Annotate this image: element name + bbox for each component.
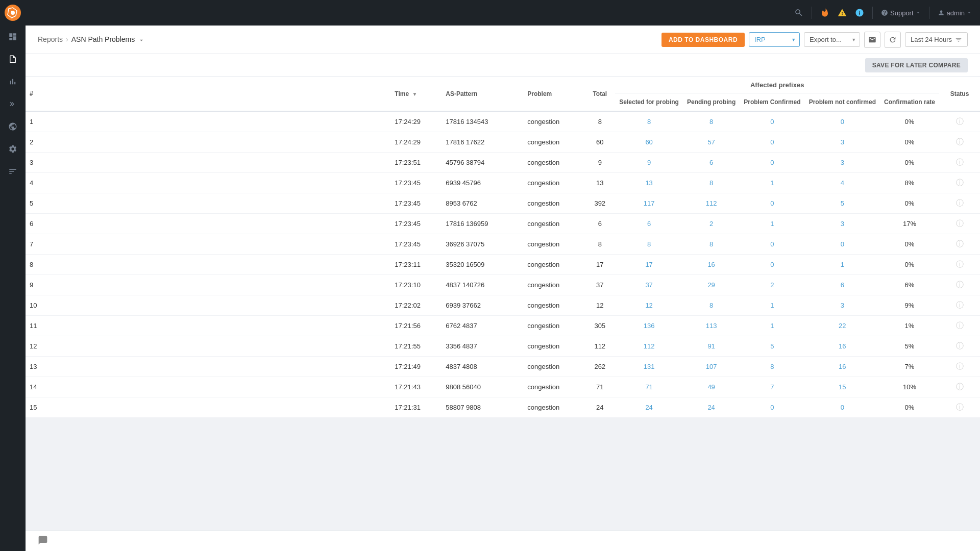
cell-conf-rate: 0%: [880, 132, 939, 153]
cell-total: 112: [584, 336, 615, 357]
sidebar-item-advanced[interactable]: [0, 160, 26, 183]
cell-selected: 131: [615, 357, 683, 377]
admin-label: admin: [947, 9, 965, 17]
cell-not-confirmed: 3: [805, 153, 880, 173]
irp-select[interactable]: IRP: [749, 32, 800, 47]
info-icon[interactable]: ⓘ: [956, 300, 964, 309]
table-row: 4 17:23:45 6939 45796 congestion 13 13 8…: [26, 173, 980, 193]
table-row: 6 17:23:45 17816 136959 congestion 6 6 2…: [26, 214, 980, 234]
cell-confirmed: 0: [740, 132, 804, 153]
info-icon[interactable]: ⓘ: [956, 341, 964, 350]
col-header-total: Total: [584, 77, 615, 111]
alert-warning-icon[interactable]: [838, 8, 847, 17]
table-row: 5 17:23:45 8953 6762 congestion 392 117 …: [26, 193, 980, 214]
cell-time: 17:23:10: [390, 275, 442, 295]
info-icon[interactable]: ⓘ: [956, 403, 964, 411]
cell-selected: 17: [615, 255, 683, 275]
cell-not-confirmed: 3: [805, 132, 880, 153]
cell-status: ⓘ: [939, 173, 980, 193]
time-range-button[interactable]: Last 24 Hours: [905, 32, 968, 47]
cell-not-confirmed: 6: [805, 275, 880, 295]
info-icon[interactable]: ⓘ: [956, 280, 964, 289]
export-select[interactable]: Export to...: [804, 32, 860, 47]
sidebar-item-routing[interactable]: [0, 93, 26, 115]
cell-confirmed: 7: [740, 377, 804, 397]
info-icon[interactable]: ⓘ: [956, 362, 964, 370]
cell-total: 392: [584, 193, 615, 214]
save-for-later-button[interactable]: SAVE FOR LATER COMPARE: [865, 58, 968, 72]
table-row: 10 17:22:02 6939 37662 congestion 12 12 …: [26, 295, 980, 316]
info-icon[interactable]: ⓘ: [956, 219, 964, 228]
breadcrumb-current: ASN Path Problems: [71, 35, 145, 43]
cell-as-pattern: 6939 37662: [442, 295, 523, 316]
cell-pending: 8: [683, 234, 740, 255]
info-icon[interactable]: ⓘ: [956, 382, 964, 391]
email-button[interactable]: [864, 32, 880, 48]
cell-pending: 8: [683, 173, 740, 193]
col-header-as-pattern: AS-Pattern: [442, 77, 523, 111]
col-header-status: Status: [939, 77, 980, 111]
logo[interactable]: [0, 0, 26, 26]
cell-problem: congestion: [523, 275, 584, 295]
cell-confirmed: 0: [740, 111, 804, 132]
cell-status: ⓘ: [939, 275, 980, 295]
cell-confirmed: 5: [740, 336, 804, 357]
cell-pending: 2: [683, 214, 740, 234]
cell-as-pattern: 6762 4837: [442, 316, 523, 336]
cell-status: ⓘ: [939, 295, 980, 316]
table-row: 12 17:21:55 3356 4837 congestion 112 112…: [26, 336, 980, 357]
cell-not-confirmed: 15: [805, 377, 880, 397]
table-row: 14 17:21:43 9808 56040 congestion 71 71 …: [26, 377, 980, 397]
cell-conf-rate: 0%: [880, 255, 939, 275]
cell-time: 17:21:56: [390, 316, 442, 336]
cell-time: 17:23:45: [390, 173, 442, 193]
info-icon[interactable]: ⓘ: [956, 260, 964, 268]
cell-conf-rate: 0%: [880, 111, 939, 132]
info-icon[interactable]: ⓘ: [956, 198, 964, 207]
cell-confirmed: 0: [740, 234, 804, 255]
cell-confirmed: 1: [740, 173, 804, 193]
sidebar-item-globe[interactable]: [0, 115, 26, 138]
cell-pending: 107: [683, 357, 740, 377]
cell-selected: 12: [615, 295, 683, 316]
chat-icon[interactable]: [38, 535, 48, 547]
cell-num: 3: [26, 153, 390, 173]
alert-info-icon[interactable]: [855, 8, 864, 17]
info-icon[interactable]: ⓘ: [956, 137, 964, 146]
support-label: Support: [890, 9, 914, 17]
sidebar-item-dashboard[interactable]: [0, 26, 26, 48]
cell-selected: 13: [615, 173, 683, 193]
cell-conf-rate: 0%: [880, 193, 939, 214]
cell-total: 60: [584, 132, 615, 153]
col-header-confirmation-rate: Confirmation rate: [880, 93, 939, 112]
cell-time: 17:24:29: [390, 111, 442, 132]
info-icon[interactable]: ⓘ: [956, 239, 964, 248]
sidebar-item-reports[interactable]: [0, 48, 26, 70]
info-icon[interactable]: ⓘ: [956, 117, 964, 126]
alert-fire-icon[interactable]: [820, 8, 829, 17]
support-button[interactable]: Support: [881, 9, 921, 17]
search-icon[interactable]: [794, 8, 803, 17]
cell-num: 10: [26, 295, 390, 316]
admin-button[interactable]: admin: [938, 9, 972, 17]
cell-problem: congestion: [523, 153, 584, 173]
cell-not-confirmed: 0: [805, 234, 880, 255]
cell-selected: 60: [615, 132, 683, 153]
col-header-time[interactable]: Time ▼: [390, 77, 442, 111]
refresh-button[interactable]: [885, 32, 901, 48]
info-icon[interactable]: ⓘ: [956, 158, 964, 166]
topbar-divider3: [929, 7, 929, 19]
cell-status: ⓘ: [939, 397, 980, 418]
cell-problem: congestion: [523, 295, 584, 316]
info-icon[interactable]: ⓘ: [956, 178, 964, 187]
cell-num: 4: [26, 173, 390, 193]
sidebar-item-analytics[interactable]: [0, 70, 26, 93]
cell-total: 37: [584, 275, 615, 295]
cell-conf-rate: 7%: [880, 357, 939, 377]
breadcrumb-reports[interactable]: Reports: [38, 35, 63, 43]
topbar-divider: [812, 7, 812, 19]
sidebar-item-settings[interactable]: [0, 138, 26, 160]
info-icon[interactable]: ⓘ: [956, 321, 964, 330]
cell-confirmed: 2: [740, 275, 804, 295]
add-to-dashboard-button[interactable]: ADD TO DASHBOARD: [662, 33, 745, 47]
